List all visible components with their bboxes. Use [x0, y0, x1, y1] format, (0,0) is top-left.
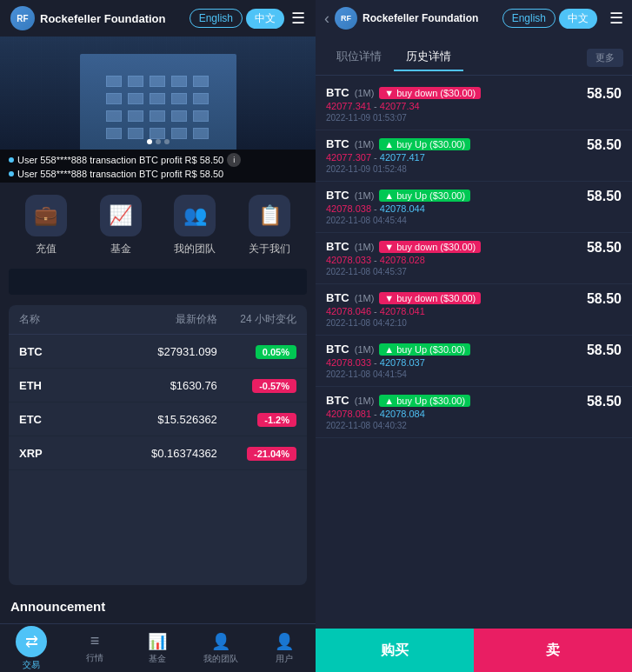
direction-text: buy down [396, 242, 437, 252]
right-logo-icon: RF [335, 7, 357, 30]
window [171, 110, 187, 122]
list-item[interactable]: BTC (1M) ▲ buy Up ($30.00) 42077.307 - 4… [316, 130, 632, 182]
fund-nav-icon: 📊 [148, 632, 167, 651]
h-symbol: BTC [326, 86, 349, 99]
h-date: 2022-11-08 04:41:54 [326, 369, 578, 379]
quotes-icon: ≡ [90, 632, 100, 650]
list-item[interactable]: BTC (1M) ▼ buy down ($30.00) 42078.033 -… [316, 233, 632, 284]
direction-amount: ($30.00) [429, 190, 465, 201]
nav-fund[interactable]: 📊 基金 [126, 632, 190, 665]
recharge-label: 充值 [36, 242, 57, 256]
history-top-row: BTC (1M) ▲ buy Up ($30.00) [326, 394, 578, 407]
h-date: 2022-11-08 04:45:44 [326, 216, 578, 225]
ticker-banner: User 558****888 transaction BTC profit R… [0, 150, 316, 183]
h-time-label: (1M) [355, 293, 375, 303]
right-menu-icon[interactable]: ☰ [609, 9, 623, 28]
table-row[interactable]: ETC $15.526362 -1.2% [9, 403, 307, 436]
h-symbol: BTC [326, 291, 349, 304]
window [150, 128, 165, 139]
h-prices: 42078.081 - 42078.084 [326, 409, 578, 419]
team-icon: 👥 [174, 195, 216, 236]
badge-green: 0.05% [256, 345, 296, 359]
nav-user[interactable]: 👤 用户 [252, 632, 316, 665]
right-lang-zh-button[interactable]: 中文 [559, 9, 597, 29]
list-item[interactable]: BTC (1M) ▼ buy down ($30.00) 42078.046 -… [316, 284, 632, 336]
history-top-row: BTC (1M) ▼ buy down ($30.00) [326, 291, 578, 304]
history-top-row: BTC (1M) ▲ buy Up ($30.00) [326, 189, 578, 202]
h-date: 2022-11-09 01:52:48 [326, 164, 578, 174]
window [193, 128, 209, 139]
h-symbol: BTC [326, 137, 349, 150]
ticker-dot [9, 157, 14, 163]
window [106, 93, 122, 104]
nav-trade[interactable]: ⇄ 交易 [0, 626, 63, 671]
price-separator: - [374, 306, 377, 316]
history-item-left: BTC (1M) ▼ buy down ($30.00) 42078.046 -… [326, 291, 578, 328]
action-fund[interactable]: 📈 基金 [100, 195, 142, 256]
price-separator: - [374, 152, 377, 163]
table-row[interactable]: ETH $1630.76 -0.57% [9, 369, 307, 403]
h-prices: 42077.341 - 42077.34 [326, 101, 578, 111]
direction-arrow: ▲ [384, 190, 394, 201]
window [193, 76, 209, 87]
user-icon: 👤 [275, 632, 294, 651]
history-top-row: BTC (1M) ▼ buy down ($30.00) [326, 240, 578, 253]
h-prices: 42078.033 - 42078.028 [326, 255, 578, 265]
nav-quotes[interactable]: ≡ 行情 [63, 632, 127, 664]
table-row[interactable]: XRP $0.16374362 -21.04% [9, 436, 307, 470]
change-xrp: -21.04% [217, 445, 296, 461]
badge-red: -0.57% [252, 379, 296, 393]
price-btc: $27931.099 [98, 345, 217, 358]
list-item[interactable]: BTC (1M) ▲ buy Up ($30.00) 42078.038 - 4… [316, 182, 632, 233]
direction-arrow: ▼ [384, 88, 394, 98]
list-item[interactable]: BTC (1M) ▼ buy down ($30.00) 42077.341 -… [316, 79, 632, 130]
action-team[interactable]: 👥 我的团队 [174, 195, 216, 256]
price-close: 42078.037 [380, 357, 425, 368]
sell-button[interactable]: 卖 [474, 629, 632, 672]
direction-badge: ▲ buy Up ($30.00) [379, 138, 470, 150]
direction-arrow: ▲ [384, 344, 394, 355]
carousel-dot [164, 139, 170, 144]
symbol-eth: ETH [19, 379, 98, 392]
list-item[interactable]: BTC (1M) ▲ buy Up ($30.00) 42078.081 - 4… [316, 387, 632, 438]
h-time-label: (1M) [355, 242, 375, 252]
ticker-dot [9, 171, 14, 176]
right-panel: ‹ RF Rockefeller Foundation English 中文 ☰… [316, 0, 632, 672]
symbol-etc: ETC [19, 413, 98, 426]
action-recharge[interactable]: 💼 充值 [25, 195, 67, 256]
nav-user-label: 用户 [276, 653, 293, 665]
price-separator: - [374, 357, 377, 368]
more-button[interactable]: 更多 [587, 49, 623, 67]
quick-actions: 💼 充值 📈 基金 👥 我的团队 📋 关于我们 [0, 183, 316, 263]
menu-icon[interactable]: ☰ [291, 9, 305, 28]
right-header: ‹ RF Rockefeller Foundation English 中文 ☰ [316, 0, 632, 37]
action-about[interactable]: 📋 关于我们 [249, 195, 290, 256]
nav-myteam[interactable]: 👤 我的团队 [190, 632, 253, 665]
h-symbol: BTC [326, 240, 349, 253]
window [106, 128, 122, 139]
history-profit: 58.50 [587, 291, 622, 307]
symbol-btc: BTC [19, 345, 98, 358]
tab-position[interactable]: 职位详情 [324, 43, 394, 71]
history-list: BTC (1M) ▼ buy down ($30.00) 42077.341 -… [316, 76, 632, 629]
history-profit: 58.50 [587, 137, 622, 153]
list-item[interactable]: BTC (1M) ▲ buy Up ($30.00) 42078.033 - 4… [316, 336, 632, 387]
right-lang-switcher: English 中文 [502, 9, 597, 29]
tabs-row: 职位详情 历史详情 更多 [316, 37, 632, 76]
price-separator: - [374, 255, 377, 265]
lang-zh-button[interactable]: 中文 [246, 9, 284, 29]
lang-en-button[interactable]: English [190, 9, 243, 28]
price-open: 42078.038 [326, 203, 371, 214]
h-date: 2022-11-08 04:45:37 [326, 267, 578, 276]
table-row[interactable]: BTC $27931.099 0.05% [9, 335, 307, 369]
window [150, 93, 165, 104]
price-etc: $15.526362 [98, 413, 217, 426]
price-close: 42077.34 [380, 101, 420, 111]
lang-switcher: English 中文 [190, 9, 284, 29]
bottom-actions: 购买 卖 [316, 629, 632, 672]
recharge-icon: 💼 [25, 195, 67, 236]
buy-button[interactable]: 购买 [316, 629, 474, 672]
tab-history[interactable]: 历史详情 [394, 43, 463, 71]
right-lang-en-button[interactable]: English [502, 9, 555, 28]
back-button[interactable]: ‹ [324, 10, 329, 28]
